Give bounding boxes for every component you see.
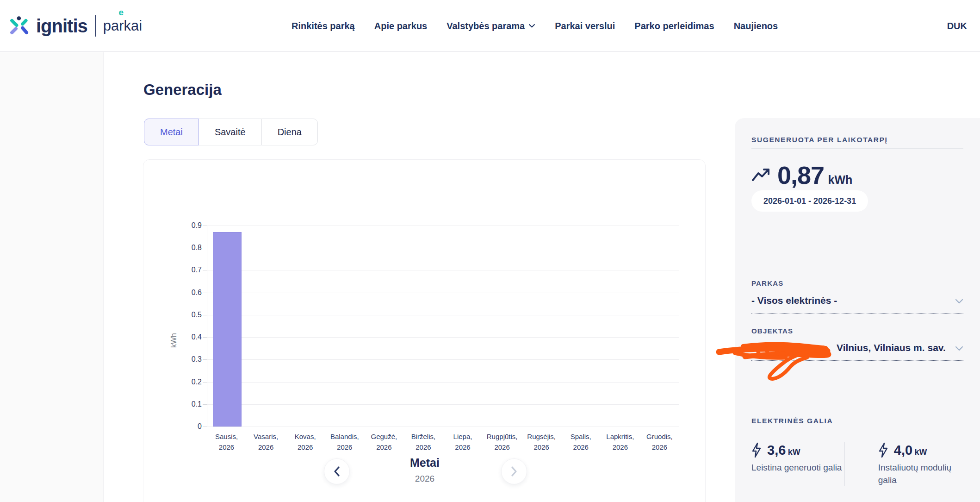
- generated-unit: kWh: [828, 173, 853, 186]
- brand-logo[interactable]: ignitis parkai e: [9, 0, 142, 52]
- gridline: [207, 337, 679, 338]
- x-tick-label: Vasaris,2026: [246, 431, 285, 453]
- left-sidebar: [0, 52, 104, 502]
- y-tick: [203, 248, 207, 248]
- parkas-label: PARKAS: [751, 279, 783, 287]
- lightning-bolt-icon: [878, 442, 888, 458]
- chart-bar-sausis[interactable]: [213, 232, 242, 427]
- allowed-power-stat: 3,6 kW Leistina generuoti galia: [751, 442, 844, 486]
- tab-diena[interactable]: Diena: [261, 119, 318, 145]
- section-divider: [751, 148, 963, 149]
- generated-total: 0,87 kWh: [751, 161, 852, 189]
- date-range-badge[interactable]: 2026-01-01 - 2026-12-31: [751, 190, 868, 212]
- installed-power-caption: Instaliuotų modulių galia: [878, 462, 963, 486]
- parkas-select[interactable]: - Visos elektrinės -: [751, 293, 964, 314]
- gridline: [207, 270, 679, 270]
- y-tick-label: 0.9: [192, 221, 202, 230]
- objektas-select[interactable]: Vilnius, Vilniaus m. sav.: [751, 340, 964, 361]
- bar-chart-plot-area: 00.10.20.30.40.50.60.70.80.9: [207, 226, 679, 427]
- power-stats-row: 3,6 kW Leistina generuoti galia 4,0 kW I…: [751, 442, 963, 486]
- chart-period-subtitle: 2026: [143, 474, 706, 484]
- top-header: ignitis parkai e Rinkitės parką Apie par…: [0, 0, 980, 52]
- allowed-power-caption: Leistina generuoti galia: [751, 462, 844, 474]
- power-section-title: ELEKTRINĖS GALIA: [751, 417, 833, 425]
- chevron-right-icon: [511, 466, 517, 477]
- y-tick: [203, 337, 207, 338]
- parkas-select-value: - Visos elektrinės -: [751, 295, 837, 306]
- brand-name: ignitis: [36, 16, 87, 37]
- gridline: [207, 382, 679, 383]
- x-tick-label: Liepa,2026: [443, 431, 483, 453]
- y-tick-label: 0.2: [192, 378, 202, 386]
- chevron-down-icon: [528, 24, 535, 28]
- chevron-left-icon: [334, 466, 340, 477]
- gridline: [207, 404, 679, 405]
- y-axis-label: kWh: [170, 333, 178, 348]
- period-tab-group: Metai Savaitė Diena: [144, 119, 318, 145]
- y-tick: [203, 293, 207, 293]
- x-tick-label: Rugsėjis,2026: [522, 431, 561, 453]
- y-tick: [203, 404, 207, 405]
- installed-power-stat: 4,0 kW Instaliuotų modulių galia: [845, 442, 963, 486]
- gridline: [207, 427, 679, 427]
- nav-item-valstybes-parama[interactable]: Valstybės parama: [447, 21, 535, 31]
- page-title: Generacija: [143, 81, 222, 99]
- y-tick: [203, 359, 207, 360]
- y-tick: [203, 315, 207, 315]
- next-period-button[interactable]: [501, 458, 527, 484]
- gridline: [207, 248, 679, 248]
- generated-value: 0,87: [777, 161, 824, 189]
- y-tick: [203, 427, 207, 427]
- x-tick-label: Sausis,2026: [207, 431, 246, 453]
- y-tick-label: 0.7: [192, 266, 202, 274]
- nav-item-rinkites-parka[interactable]: Rinkitės parką: [292, 21, 355, 31]
- x-tick-label: Spalis,2026: [561, 431, 601, 453]
- summary-side-panel: SUGENERUOTA PER LAIKOTARPĮ 0,87 kWh 2026…: [735, 118, 980, 502]
- y-tick-label: 0.8: [192, 244, 202, 252]
- generated-section-title: SUGENERUOTA PER LAIKOTARPĮ: [751, 136, 888, 144]
- gridline: [207, 293, 679, 293]
- nav-item-naujienos[interactable]: Naujienos: [734, 21, 778, 31]
- x-tick-label: Gegužė,2026: [364, 431, 403, 453]
- chevron-down-icon: [955, 346, 963, 351]
- nav-item-duk[interactable]: DUK: [947, 0, 967, 52]
- gridline: [207, 359, 679, 360]
- tab-savaite[interactable]: Savaitė: [198, 119, 262, 145]
- trending-up-icon: [751, 167, 771, 183]
- y-tick-label: 0.4: [192, 333, 202, 341]
- gridline: [207, 226, 679, 226]
- gridline: [207, 315, 679, 315]
- nav-item-apie-parkus[interactable]: Apie parkus: [374, 21, 427, 31]
- nav-item-parkai-verslui[interactable]: Parkai verslui: [555, 21, 615, 31]
- lightning-bolt-icon: [751, 442, 762, 458]
- section-divider: [751, 430, 963, 430]
- y-tick-label: 0.1: [192, 400, 202, 408]
- allowed-power-value: 3,6: [767, 443, 786, 458]
- allowed-power-unit: kW: [788, 447, 800, 457]
- tab-metai[interactable]: Metai: [144, 119, 199, 145]
- y-tick-label: 0.3: [192, 355, 202, 364]
- installed-power-value: 4,0: [894, 443, 912, 458]
- objektas-select-value: Vilnius, Vilniaus m. sav.: [837, 342, 946, 353]
- nav-item-parko-perleidimas[interactable]: Parko perleidimas: [634, 21, 714, 31]
- x-axis-labels: Sausis,2026Vasaris,2026Kovas,2026Balandi…: [207, 431, 679, 459]
- objektas-label: OBJEKTAS: [751, 327, 793, 335]
- brand-sub-superscript: e: [119, 7, 124, 18]
- x-tick-label: Kovas,2026: [285, 431, 325, 453]
- y-tick: [203, 382, 207, 383]
- logo-divider: [95, 15, 96, 37]
- y-tick-label: 0.6: [192, 289, 202, 297]
- x-tick-label: Balandis,2026: [325, 431, 364, 453]
- x-tick-label: Lapkritis,2026: [601, 431, 640, 453]
- y-tick-label: 0: [198, 422, 202, 431]
- ignitis-logo-icon: [9, 15, 31, 37]
- x-tick-label: Birželis,2026: [403, 431, 443, 453]
- brand-subname: parkai e: [103, 18, 142, 34]
- chart-period-title: Metai: [143, 456, 706, 470]
- x-tick-label: Gruodis,2026: [640, 431, 679, 453]
- generation-chart-card: kWh 00.10.20.30.40.50.60.70.80.9 Sausis,…: [143, 159, 706, 502]
- previous-period-button[interactable]: [324, 458, 350, 484]
- y-tick-label: 0.5: [192, 311, 202, 319]
- x-tick-label: Rugpjūtis,2026: [483, 431, 522, 453]
- main-navigation: Rinkitės parką Apie parkus Valstybės par…: [292, 0, 778, 52]
